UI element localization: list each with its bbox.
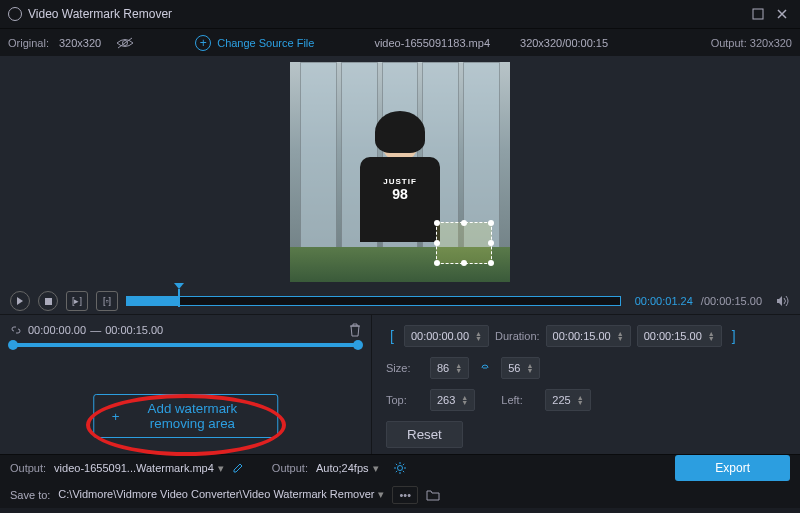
duration-label: Duration: xyxy=(495,330,540,342)
output-label: Output: 320x320 xyxy=(711,37,792,49)
seek-playhead[interactable] xyxy=(178,289,180,307)
total-duration: /00:00:15.00 xyxy=(701,295,762,307)
svg-rect-3 xyxy=(45,298,52,305)
delete-clip-button[interactable] xyxy=(349,323,361,337)
coords-panel: [ 00:00:00.00▲▼ Duration: 00:00:15.00▲▼ … xyxy=(372,315,800,454)
save-path-dropdown[interactable]: C:\Vidmore\Vidmore Video Converter\Video… xyxy=(58,488,384,501)
shirt-text-1: JUSTIF xyxy=(360,157,440,186)
down-icon[interactable]: ▼ xyxy=(461,400,468,405)
resize-handle[interactable] xyxy=(434,220,440,226)
start-time-input[interactable]: 00:00:00.00▲▼ xyxy=(404,325,489,347)
bracket-start-button[interactable]: [ xyxy=(386,328,398,344)
width-input[interactable]: 86▲▼ xyxy=(430,357,469,379)
app-logo-icon xyxy=(8,7,22,21)
output-file-label: Output: xyxy=(10,462,46,474)
resize-handle[interactable] xyxy=(488,260,494,266)
export-button[interactable]: Export xyxy=(675,455,790,481)
original-dims: 320x320 xyxy=(59,37,101,49)
clip-start: 00:00:00.00 xyxy=(28,324,86,336)
seek-progress xyxy=(127,297,179,305)
output-format-label: Output: xyxy=(272,462,308,474)
plus-circle-icon: + xyxy=(195,35,211,51)
output-format-dropdown[interactable]: Auto;24fps xyxy=(316,462,379,475)
change-source-button[interactable]: + Change Source File xyxy=(195,35,314,51)
minimize-button[interactable] xyxy=(748,4,768,24)
clip-end: 00:00:15.00 xyxy=(105,324,163,336)
aspect-lock-icon[interactable] xyxy=(479,362,491,374)
shirt-text-2: 98 xyxy=(360,186,440,202)
seek-bar[interactable] xyxy=(126,296,621,306)
resize-handle[interactable] xyxy=(488,240,494,246)
resize-handle[interactable] xyxy=(461,260,467,266)
link-icon xyxy=(10,324,24,336)
down-icon[interactable]: ▼ xyxy=(708,336,715,341)
down-icon[interactable]: ▼ xyxy=(617,336,624,341)
original-label: Original: xyxy=(8,37,49,49)
volume-icon[interactable] xyxy=(776,295,790,307)
bracket-end-button[interactable]: ] xyxy=(728,328,740,344)
edit-filename-icon[interactable] xyxy=(232,462,244,474)
down-icon[interactable]: ▼ xyxy=(455,368,462,373)
preview-toggle-icon[interactable] xyxy=(115,36,135,50)
save-bar: Save to: C:\Vidmore\Vidmore Video Conver… xyxy=(0,481,800,508)
clip-panel: 00:00:00.00 — 00:00:15.00 + Add watermar… xyxy=(0,315,372,454)
save-to-label: Save to: xyxy=(10,489,50,501)
clip-handle-end[interactable] xyxy=(353,340,363,350)
stop-button[interactable] xyxy=(38,291,58,311)
duration-input[interactable]: 00:00:15.00▲▼ xyxy=(546,325,631,347)
top-label: Top: xyxy=(386,394,424,406)
set-start-button[interactable]: [▸] xyxy=(66,291,88,311)
playback-controls: [▸] [▫] 00:00:01.24 /00:00:15.00 xyxy=(0,288,800,314)
down-icon[interactable]: ▼ xyxy=(526,368,533,373)
browse-button[interactable]: ••• xyxy=(392,486,418,504)
clip-handle-start[interactable] xyxy=(8,340,18,350)
app-title: Video Watermark Remover xyxy=(28,7,744,21)
svg-rect-0 xyxy=(753,9,763,19)
video-frame: JUSTIF 98 xyxy=(290,62,510,282)
output-file-dropdown[interactable]: video-1655091...Watermark.mp4 xyxy=(54,462,224,475)
info-bar: Original: 320x320 + Change Source File v… xyxy=(0,28,800,56)
plus-icon: + xyxy=(112,409,120,424)
source-dims-duration: 320x320/00:00:15 xyxy=(520,37,608,49)
settings-icon[interactable] xyxy=(393,461,407,475)
open-folder-icon[interactable] xyxy=(426,489,440,501)
down-icon[interactable]: ▼ xyxy=(577,400,584,405)
titlebar: Video Watermark Remover xyxy=(0,0,800,28)
clip-dash: — xyxy=(90,324,101,336)
svg-point-4 xyxy=(397,466,402,471)
resize-handle[interactable] xyxy=(434,260,440,266)
size-label: Size: xyxy=(386,362,424,374)
left-input[interactable]: 225▲▼ xyxy=(545,389,590,411)
end-time-input[interactable]: 00:00:15.00▲▼ xyxy=(637,325,722,347)
play-button[interactable] xyxy=(10,291,30,311)
output-bar: Output: video-1655091...Watermark.mp4 Ou… xyxy=(0,454,800,481)
watermark-selection-box[interactable] xyxy=(436,222,492,264)
clip-row: 00:00:00.00 — 00:00:15.00 xyxy=(10,323,361,337)
source-filename: video-1655091183.mp4 xyxy=(374,37,490,49)
resize-handle[interactable] xyxy=(434,240,440,246)
resize-handle[interactable] xyxy=(461,220,467,226)
video-preview[interactable]: JUSTIF 98 xyxy=(0,56,800,288)
editor-panels: 00:00:00.00 — 00:00:15.00 + Add watermar… xyxy=(0,314,800,454)
set-end-button[interactable]: [▫] xyxy=(96,291,118,311)
left-label: Left: xyxy=(501,394,539,406)
add-area-label: Add watermark removing area xyxy=(126,401,260,431)
height-input[interactable]: 56▲▼ xyxy=(501,357,540,379)
resize-handle[interactable] xyxy=(488,220,494,226)
top-input[interactable]: 263▲▼ xyxy=(430,389,475,411)
clip-track[interactable] xyxy=(10,343,361,347)
close-button[interactable] xyxy=(772,4,792,24)
reset-button[interactable]: Reset xyxy=(386,421,463,448)
current-time: 00:00:01.24 xyxy=(635,295,693,307)
change-source-label: Change Source File xyxy=(217,37,314,49)
down-icon[interactable]: ▼ xyxy=(475,336,482,341)
add-watermark-area-button[interactable]: + Add watermark removing area xyxy=(93,394,279,438)
